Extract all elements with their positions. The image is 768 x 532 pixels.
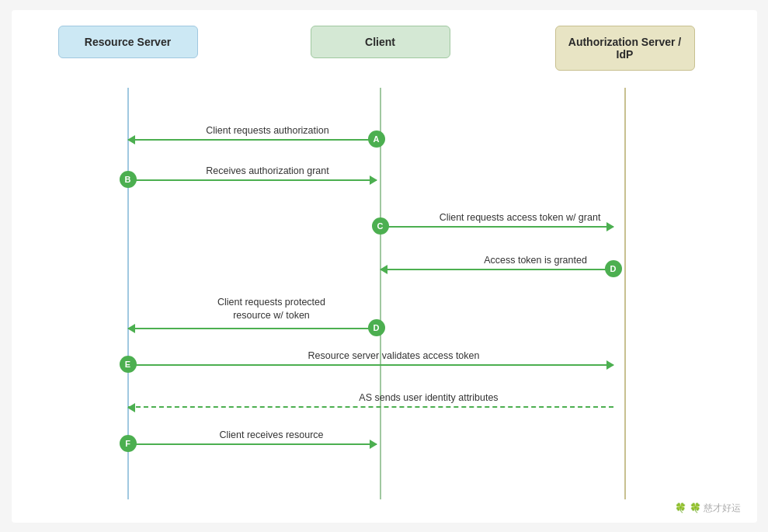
arrow-a-label: Client requests authorization: [206, 125, 328, 136]
watermark: 🍀 🍀 慈才好运: [675, 502, 741, 515]
badge-b: B: [120, 171, 137, 188]
arrow-e: Resource server validates access token E: [128, 350, 613, 366]
arrow-c: Client requests access token w/ grant C: [381, 212, 613, 228]
arrow-b: Receives authorization grant B: [128, 165, 377, 181]
arrow-d1-label: Access token is granted: [484, 255, 587, 266]
arrow-g: Client receives resource F: [128, 429, 377, 445]
watermark-icon: 🍀: [675, 502, 686, 513]
arrow-d2-label: Client requests protectedresource w/ tok…: [217, 296, 325, 323]
badge-d1: D: [605, 260, 622, 277]
badge-e: E: [120, 356, 137, 373]
arrow-b-label: Receives authorization grant: [206, 165, 328, 176]
watermark-text: 🍀 慈才好运: [690, 502, 741, 515]
diagram: Resource Server Client Authorization Ser…: [12, 10, 757, 523]
badge-d2: D: [368, 319, 385, 336]
lifeline-auth: [624, 88, 626, 499]
arrow-g-label: Client receives resource: [219, 429, 323, 440]
arrow-a: Client requests authorization A: [128, 125, 377, 141]
actor-auth: Authorization Server / IdP: [555, 26, 695, 71]
actor-resource: Resource Server: [58, 26, 198, 58]
actor-resource-label: Resource Server: [85, 36, 171, 48]
badge-f: F: [120, 435, 137, 452]
actor-client: Client: [311, 26, 450, 58]
arrow-e-label: Resource server validates access token: [308, 350, 480, 361]
arrow-dashed-label: AS sends user identity attributes: [359, 392, 498, 403]
arrow-d2: Client requests protectedresource w/ tok…: [128, 296, 377, 329]
arrow-c-label: Client requests access token w/ grant: [440, 212, 601, 223]
actor-auth-label: Authorization Server / IdP: [568, 36, 681, 61]
arrow-d1: Access token is granted D: [381, 255, 613, 270]
badge-c: C: [372, 217, 389, 235]
actor-client-label: Client: [365, 36, 395, 48]
arrow-f-dashed: AS sends user identity attributes: [128, 392, 613, 408]
badge-a: A: [368, 130, 385, 148]
lifeline-client: [380, 88, 381, 499]
